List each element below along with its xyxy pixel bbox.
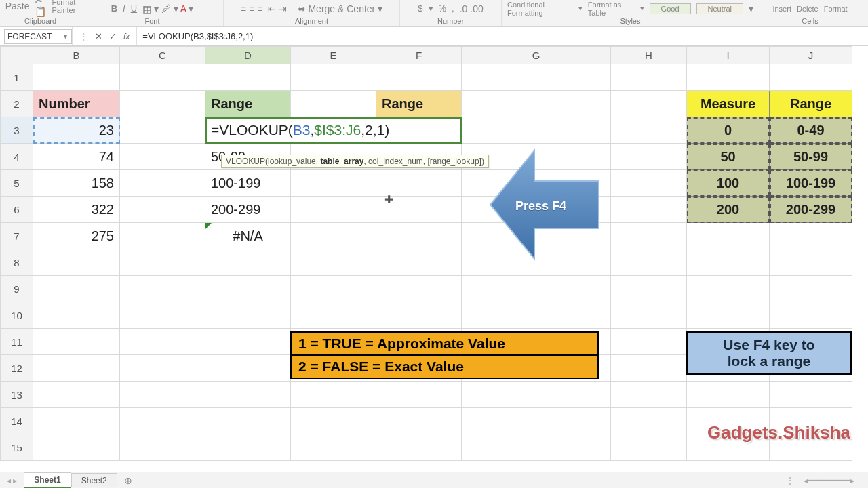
delete-button[interactable]: Delete xyxy=(797,5,818,13)
watermark: Gadgets.Shiksha xyxy=(707,422,850,443)
cell-D7[interactable]: #N/A xyxy=(205,223,290,249)
col-header-E[interactable]: E xyxy=(291,47,376,64)
format-as-table-button[interactable]: Format as Table xyxy=(588,1,635,17)
name-box[interactable]: FORECAST ▼ xyxy=(4,29,72,44)
worksheet[interactable]: B C D E F G H I J 1 2 Number Range Range… xyxy=(0,46,868,466)
percent-button[interactable]: % xyxy=(439,3,447,14)
style-good[interactable]: Good xyxy=(650,3,691,14)
col-header-G[interactable]: G xyxy=(462,47,611,64)
tip-line-2: lock a range xyxy=(728,353,811,369)
tooltip-text-2: , col_index_num, [range_lookup]) xyxy=(363,157,484,166)
merge-center-button[interactable]: ⬌ Merge & Center ▾ xyxy=(298,3,383,14)
bold-button[interactable]: B xyxy=(111,3,117,14)
conditional-formatting-button[interactable]: Conditional Formatting xyxy=(507,1,573,17)
row-header-11[interactable]: 11 xyxy=(1,329,33,355)
col-header-I[interactable]: I xyxy=(687,47,770,64)
row-header-14[interactable]: 14 xyxy=(1,408,33,434)
lookup-range-1[interactable]: 50-99 xyxy=(770,144,852,169)
group-label-clipboard: Clipboard xyxy=(24,17,56,25)
col-header-J[interactable]: J xyxy=(770,47,852,64)
tab-nav[interactable]: ◂ ▸ xyxy=(0,476,24,485)
col-header-C[interactable]: C xyxy=(120,47,205,64)
col-header-H[interactable]: H xyxy=(611,47,687,64)
cell-D5[interactable]: 100-199 xyxy=(205,170,290,196)
style-neutral[interactable]: Neutral xyxy=(696,3,743,14)
formula-bar: FORECAST ▼ ⋮ ✕ ✓ fx =VLOOKUP(B3,$I$3:J6,… xyxy=(0,27,868,46)
fx-icon[interactable]: fx xyxy=(123,32,130,41)
header-range-d: Range xyxy=(205,91,290,117)
cursor-icon: ✚ xyxy=(384,193,393,206)
formula-suffix: ,2,1) xyxy=(361,122,389,138)
insert-button[interactable]: Insert xyxy=(772,5,791,13)
row-header-12[interactable]: 12 xyxy=(1,355,33,382)
name-box-value: FORECAST xyxy=(7,32,52,41)
lookup-measure-2[interactable]: 100 xyxy=(687,170,769,196)
row-header-15[interactable]: 15 xyxy=(1,434,33,461)
cell-B3[interactable]: 23 xyxy=(33,117,119,143)
tooltip-text-1: VLOOKUP(lookup_value, xyxy=(226,157,320,166)
lookup-measure-0[interactable]: 0 xyxy=(687,117,769,143)
lookup-range-3[interactable]: 200-299 xyxy=(770,197,852,222)
row-header-2[interactable]: 2 xyxy=(1,91,33,117)
row-header-4[interactable]: 4 xyxy=(1,144,33,170)
lookup-range-0[interactable]: 0-49 xyxy=(770,117,852,143)
header-range-j: Range xyxy=(770,91,852,117)
row-header-1[interactable]: 1 xyxy=(1,64,33,91)
format-painter-button[interactable]: Format Painter xyxy=(52,0,75,14)
enter-formula-button[interactable]: ✓ xyxy=(109,31,117,41)
format-button[interactable]: Format xyxy=(824,5,848,13)
tab-sheet1[interactable]: Sheet1 xyxy=(24,472,71,488)
col-header-F[interactable]: F xyxy=(376,47,462,64)
row-header-9[interactable]: 9 xyxy=(1,276,33,302)
tab-sheet2[interactable]: Sheet2 xyxy=(71,473,117,487)
row-header-8[interactable]: 8 xyxy=(1,249,33,276)
italic-button[interactable]: I xyxy=(123,3,125,14)
col-header-B[interactable]: B xyxy=(33,47,120,64)
lookup-measure-3[interactable]: 200 xyxy=(687,197,769,222)
formula-prefix: =VLOOKUP( xyxy=(211,122,293,138)
cancel-formula-button[interactable]: ✕ xyxy=(95,31,102,41)
row-header-10[interactable]: 10 xyxy=(1,302,33,329)
row-header-7[interactable]: 7 xyxy=(1,223,33,249)
group-label-font: Font xyxy=(144,17,159,25)
comma-button[interactable]: , xyxy=(452,3,454,14)
cell-B6[interactable]: 322 xyxy=(33,197,119,222)
row-header-5[interactable]: 5 xyxy=(1,170,33,197)
cell-B4[interactable]: 74 xyxy=(33,144,119,169)
header-number: Number xyxy=(33,91,119,117)
underline-button[interactable]: U xyxy=(131,3,137,14)
cell-D3-editing[interactable]: =VLOOKUP(B3,$I$3:J6,2,1) xyxy=(205,117,461,143)
info-line-2: 2 = FALSE = Exact Value xyxy=(292,356,597,378)
ribbon: Paste ✂ 📋 Format Painter Clipboard B I U… xyxy=(0,0,868,27)
formula-ref-b3: B3 xyxy=(293,122,311,138)
row-header-13[interactable]: 13 xyxy=(1,382,33,408)
paste-button[interactable]: Paste xyxy=(5,1,30,12)
cell-D6[interactable]: 200-299 xyxy=(205,197,290,222)
tooltip-bold: table_array xyxy=(320,157,363,166)
group-label-cells: Cells xyxy=(802,17,818,25)
group-label-alignment: Alignment xyxy=(295,17,328,25)
tip-line-1: Use F4 key to xyxy=(723,337,814,352)
ribbon-group-font: B I U ▦ ▾ 🖉 ▾ A ▾ Font xyxy=(81,0,224,26)
cell-B5[interactable]: 158 xyxy=(33,170,119,196)
header-range-f: Range xyxy=(376,91,461,117)
sheet-tab-bar: ◂ ▸ Sheet1 Sheet2 ⊕ ⋮◂━━━━━━━━━▸ xyxy=(0,472,868,488)
lookup-measure-1[interactable]: 50 xyxy=(687,144,769,169)
chevron-down-icon[interactable]: ▼ xyxy=(62,33,68,40)
ribbon-group-styles: Conditional Formatting▾ Format as Table▾… xyxy=(502,0,760,26)
row-header-6[interactable]: 6 xyxy=(1,197,33,223)
formula-ref-range: $I$3:J6 xyxy=(314,122,361,138)
row-header-3[interactable]: 3 xyxy=(1,117,33,144)
info-box: 1 = TRUE = Approximate Value 2 = FALSE =… xyxy=(290,331,599,379)
add-sheet-button[interactable]: ⊕ xyxy=(117,475,139,486)
info-line-1: 1 = TRUE = Approximate Value xyxy=(292,333,597,356)
select-all-corner[interactable] xyxy=(1,47,33,64)
col-header-D[interactable]: D xyxy=(205,47,291,64)
lookup-range-2[interactable]: 100-199 xyxy=(770,170,852,196)
currency-button[interactable]: $ xyxy=(418,3,422,14)
ribbon-group-clipboard: Paste ✂ 📋 Format Painter Clipboard xyxy=(0,0,81,26)
group-label-number: Number xyxy=(437,17,464,25)
cell-B7[interactable]: 275 xyxy=(33,223,119,249)
ribbon-group-number: $ ▾ % , .0 .00 Number xyxy=(400,0,502,26)
formula-input[interactable]: =VLOOKUP(B3,$I$3:J6,2,1) xyxy=(137,27,868,45)
